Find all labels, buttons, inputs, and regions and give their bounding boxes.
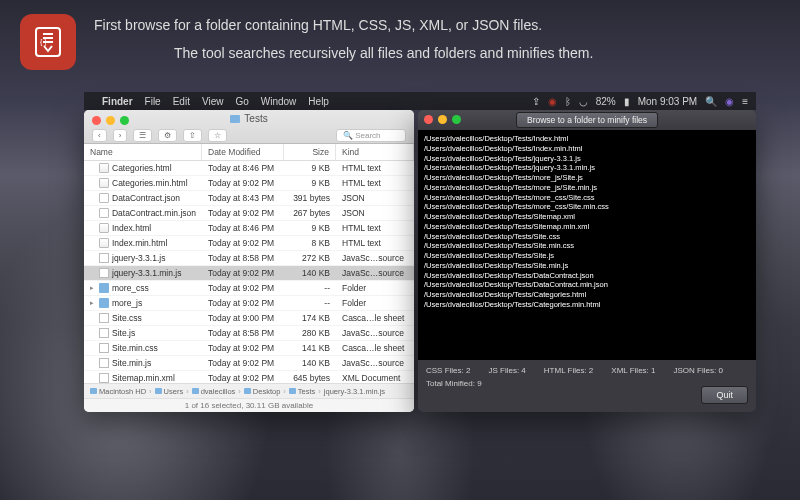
browse-button[interactable]: Browse to a folder to minify files [516,112,658,128]
file-name: jquery-3.3.1.js [112,253,165,263]
table-row[interactable]: Categories.htmlToday at 8:46 PM9 KBHTML … [84,161,414,176]
view-list-button[interactable]: ☰ [133,129,152,142]
log-line: /Users/dvalecillos/Desktop/Tests/more_cs… [424,202,750,212]
log-line: /Users/dvalecillos/Desktop/Tests/more_js… [424,173,750,183]
json-icon [99,193,109,203]
menu-go[interactable]: Go [235,96,248,107]
finder-path-bar[interactable]: Macintosh HD›Users›dvalecillos›Desktop›T… [84,383,414,398]
file-size: 9 KB [284,176,336,190]
file-date: Today at 9:00 PM [202,311,284,325]
spotlight-icon[interactable]: 🔍 [705,96,717,107]
search-input[interactable]: 🔍 Search [336,129,406,142]
menu-file[interactable]: File [145,96,161,107]
file-size: 391 bytes [284,191,336,205]
file-size: 174 KB [284,311,336,325]
file-name: Categories.min.html [112,178,188,188]
forward-button[interactable]: › [113,129,128,142]
finder-title: Tests [244,113,267,124]
close-icon[interactable] [92,116,101,125]
json-icon [99,208,109,218]
back-button[interactable]: ‹ [92,129,107,142]
table-row[interactable]: ▸more_jsToday at 9:02 PM--Folder [84,296,414,311]
table-row[interactable]: Site.min.cssToday at 9:02 PM141 KBCasca…… [84,341,414,356]
file-size: -- [284,296,336,310]
table-row[interactable]: Site.min.jsToday at 9:02 PM140 KBJavaSc…… [84,356,414,371]
share-button[interactable]: ⇧ [183,129,202,142]
menu-help[interactable]: Help [308,96,329,107]
file-name: DataContract.min.json [112,208,196,218]
breadcrumb-item[interactable]: Tests [289,387,316,396]
file-kind: JSON [336,191,414,205]
css-icon [99,343,109,353]
status-icon[interactable]: ⇪ [532,96,540,107]
siri-icon[interactable]: ◉ [725,96,734,107]
zoom-icon[interactable] [120,116,129,125]
file-date: Today at 8:46 PM [202,161,284,175]
menubar-app-name[interactable]: Finder [102,96,133,107]
minify-app-window: Browse to a folder to minify files /User… [418,110,756,412]
js-icon [99,253,109,263]
table-row[interactable]: Site.cssToday at 9:00 PM174 KBCasca…le s… [84,311,414,326]
quit-button[interactable]: Quit [701,386,748,404]
js-icon [99,358,109,368]
table-row[interactable]: ▸more_cssToday at 9:02 PM--Folder [84,281,414,296]
table-row[interactable]: Site.jsToday at 8:58 PM280 KBJavaSc…sour… [84,326,414,341]
js-icon [99,328,109,338]
file-date: Today at 9:02 PM [202,236,284,250]
file-size: 280 KB [284,326,336,340]
stat-html: HTML Files: 2 [544,366,594,375]
breadcrumb-item[interactable]: Users [155,387,184,396]
stat-css: CSS Files: 2 [426,366,470,375]
shield-icon[interactable]: ◉ [548,96,557,107]
html-icon [99,238,109,248]
menu-view[interactable]: View [202,96,224,107]
breadcrumb-item[interactable]: dvalecillos [192,387,236,396]
table-row[interactable]: jquery-3.3.1.min.jsToday at 9:02 PM140 K… [84,266,414,281]
col-date[interactable]: Date Modified [202,144,284,160]
col-name[interactable]: Name [84,144,202,160]
wifi-icon[interactable]: ◡ [579,96,588,107]
table-row[interactable]: Index.min.htmlToday at 9:02 PM8 KBHTML t… [84,236,414,251]
battery-percent[interactable]: 82% [596,96,616,107]
minify-log-output: /Users/dvalecillos/Desktop/Tests/Index.h… [418,130,756,360]
close-icon[interactable] [424,115,433,124]
finder-column-header[interactable]: Name Date Modified Size Kind [84,144,414,161]
breadcrumb-item[interactable]: jquery-3.3.1.min.js [324,387,385,396]
zoom-icon[interactable] [452,115,461,124]
bluetooth-icon[interactable]: ᛒ [565,96,571,107]
menu-window[interactable]: Window [261,96,297,107]
file-name: Categories.html [112,163,172,173]
minimize-icon[interactable] [106,116,115,125]
col-size[interactable]: Size [284,144,336,160]
notification-center-icon[interactable]: ≡ [742,96,748,107]
menu-edit[interactable]: Edit [173,96,190,107]
folder-icon [99,283,109,293]
folder-icon [192,388,199,394]
table-row[interactable]: Categories.min.htmlToday at 9:02 PM9 KBH… [84,176,414,191]
folder-icon [90,388,97,394]
log-line: /Users/dvalecillos/Desktop/Tests/Categor… [424,290,750,300]
minimize-icon[interactable] [438,115,447,124]
file-size: 9 KB [284,221,336,235]
menubar-clock[interactable]: Mon 9:03 PM [638,96,697,107]
table-row[interactable]: Index.htmlToday at 8:46 PM9 KBHTML text [84,221,414,236]
table-row[interactable]: jquery-3.3.1.jsToday at 8:58 PM272 KBJav… [84,251,414,266]
battery-icon[interactable]: ▮ [624,96,630,107]
tags-button[interactable]: ☆ [208,129,227,142]
stat-json: JSON Files: 0 [673,366,722,375]
file-kind: JSON [336,206,414,220]
breadcrumb-item[interactable]: Desktop [244,387,281,396]
log-line: /Users/dvalecillos/Desktop/Tests/Site.js [424,251,750,261]
file-name: Index.min.html [112,238,167,248]
arrange-button[interactable]: ⚙ [158,129,177,142]
file-kind: HTML text [336,176,414,190]
log-line: /Users/dvalecillos/Desktop/Tests/Sitemap… [424,222,750,232]
file-date: Today at 9:02 PM [202,266,284,280]
table-row[interactable]: DataContract.min.jsonToday at 9:02 PM267… [84,206,414,221]
file-date: Today at 8:43 PM [202,191,284,205]
breadcrumb-item[interactable]: Macintosh HD [90,387,146,396]
html-icon [99,178,109,188]
table-row[interactable]: DataContract.jsonToday at 8:43 PM391 byt… [84,191,414,206]
compress-icon: { } [30,24,66,60]
col-kind[interactable]: Kind [336,144,414,160]
